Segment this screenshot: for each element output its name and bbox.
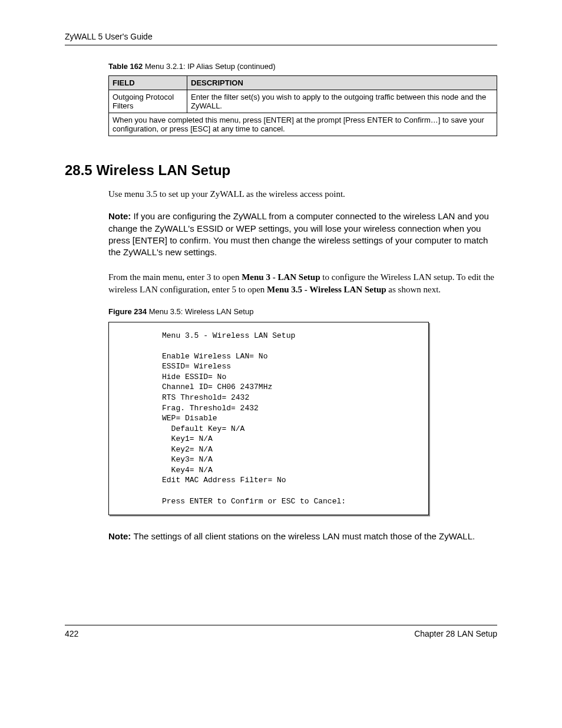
- figure-caption: Figure 234 Menu 3.5: Wireless LAN Setup: [108, 307, 497, 316]
- col-description: DESCRIPTION: [187, 76, 497, 90]
- table-number: Table 162: [108, 62, 143, 71]
- menu35-label: Menu 3.5 - Wireless LAN Setup: [267, 285, 386, 294]
- table-row: Outgoing Protocol Filters Enter the filt…: [109, 90, 497, 113]
- cell-field: Outgoing Protocol Filters: [109, 90, 187, 113]
- page-number: 422: [65, 629, 78, 638]
- table-caption: Table 162 Menu 3.2.1: IP Alias Setup (co…: [108, 62, 497, 71]
- terminal-text: Menu 3.5 - Wireless LAN Setup Enable Wir…: [162, 331, 421, 506]
- note-block-2: Note: The settings of all client station…: [108, 531, 497, 542]
- figure-title: Menu 3.5: Wireless LAN Setup: [147, 307, 253, 316]
- ip-alias-table: FIELD DESCRIPTION Outgoing Protocol Filt…: [108, 75, 497, 136]
- menu3-label: Menu 3 - LAN Setup: [242, 272, 320, 282]
- section-heading: 28.5 Wireless LAN Setup: [65, 162, 497, 179]
- note-text: If you are configuring the ZyWALL from a…: [108, 211, 489, 257]
- table-title: Menu 3.2.1: IP Alias Setup (continued): [143, 62, 275, 71]
- table-footer-row: When you have completed this menu, press…: [109, 113, 497, 136]
- col-field: FIELD: [109, 76, 187, 90]
- cell-description: Enter the filter set(s) you wish to appl…: [187, 90, 497, 113]
- terminal-figure: Menu 3.5 - Wireless LAN Setup Enable Wir…: [108, 322, 429, 515]
- page-footer: 422 Chapter 28 LAN Setup: [65, 625, 497, 638]
- txt-a: From the main menu, enter 3 to open: [108, 272, 242, 282]
- intro-paragraph: Use menu 3.5 to set up your ZyWALL as th…: [108, 188, 497, 200]
- txt-e: as shown next.: [386, 285, 441, 294]
- note-text: The settings of all client stations on t…: [134, 531, 475, 541]
- cell-footer: When you have completed this menu, press…: [109, 113, 497, 136]
- table-header-row: FIELD DESCRIPTION: [109, 76, 497, 90]
- figure-number: Figure 234: [108, 307, 147, 316]
- page-header: ZyWALL 5 User's Guide: [65, 32, 497, 45]
- note-label: Note:: [108, 531, 134, 541]
- chapter-label: Chapter 28 LAN Setup: [414, 629, 497, 638]
- note-block-1: Note: If you are configuring the ZyWALL …: [108, 210, 497, 258]
- instruction-paragraph: From the main menu, enter 3 to open Menu…: [108, 271, 497, 295]
- note-label: Note:: [108, 211, 134, 221]
